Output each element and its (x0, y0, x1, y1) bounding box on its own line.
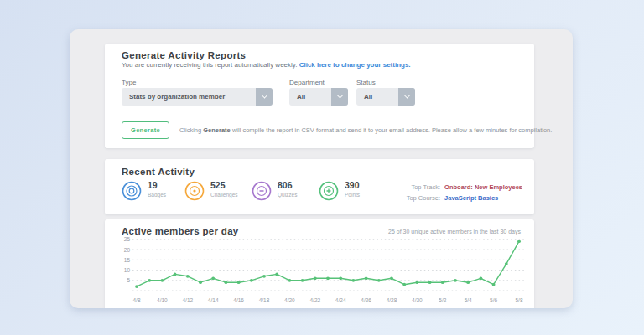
quiz-icon (252, 181, 272, 201)
quizzes-count: 806 (278, 181, 297, 190)
svg-text:5: 5 (127, 277, 130, 283)
chevron-down-icon (256, 88, 273, 106)
challenges-stat: 525 Challenges (184, 181, 252, 201)
badge-icon (122, 181, 142, 201)
department-dropdown[interactable]: All (289, 88, 348, 106)
top-info-block: Top Track: Onboard: New Employees Top Co… (388, 183, 522, 205)
chevron-down-icon (398, 88, 415, 106)
svg-text:4/14: 4/14 (208, 297, 219, 303)
type-dropdown-value: Stats by organization member (122, 93, 225, 100)
svg-text:5/8: 5/8 (515, 297, 522, 303)
stats-row: 19 Badges 525 Challenges 806 (122, 181, 386, 201)
svg-text:20: 20 (124, 247, 131, 253)
type-label: Type (122, 79, 136, 86)
challenges-count: 525 (210, 181, 238, 190)
points-label: Points (345, 192, 360, 198)
badges-count: 19 (148, 181, 166, 190)
top-track-label: Top Track: (388, 183, 440, 191)
recent-activity-card: Recent Activity 19 Badges 525 (105, 159, 534, 214)
svg-text:10: 10 (124, 267, 131, 273)
svg-text:4/18: 4/18 (259, 297, 270, 303)
badges-label: Badges (148, 192, 166, 198)
active-members-card: Active members per day 25 of 30 unique a… (105, 219, 534, 308)
points-count: 390 (345, 181, 360, 190)
svg-text:4/20: 4/20 (284, 297, 295, 303)
type-dropdown[interactable]: Stats by organization member (122, 88, 273, 106)
top-course-label: Top Course: (388, 194, 440, 202)
report-subtitle-text: You are currently receiving this report … (122, 61, 299, 69)
svg-text:15: 15 (124, 257, 131, 263)
chevron-down-icon (331, 88, 348, 106)
quizzes-stat: 806 Quizzes (252, 181, 319, 201)
generate-note: Clicking Generate will compile the repor… (179, 126, 552, 134)
svg-text:25: 25 (124, 236, 131, 242)
department-label: Department (289, 79, 325, 86)
svg-text:4/8: 4/8 (132, 297, 140, 303)
svg-text:4/10: 4/10 (157, 297, 168, 303)
top-track-link[interactable]: Onboard: New Employees (444, 183, 522, 191)
svg-text:5/6: 5/6 (490, 297, 497, 303)
report-card-title: Generate Activity Reports (122, 50, 246, 60)
badges-stat: 19 Badges (122, 181, 184, 201)
top-course-link[interactable]: JavaScript Basics (444, 194, 498, 202)
card-divider (105, 116, 534, 116)
change-settings-link[interactable]: Click here to change your settings. (299, 61, 411, 69)
points-stat: 390 Points (319, 181, 386, 201)
svg-text:4/26: 4/26 (361, 297, 371, 303)
active-members-chart: 5101520254/84/104/124/144/164/184/204/22… (112, 229, 529, 308)
svg-text:4/22: 4/22 (309, 297, 320, 303)
points-icon (319, 181, 339, 201)
status-label: Status (356, 79, 376, 86)
status-dropdown-value: All (356, 93, 372, 100)
challenge-icon (184, 181, 205, 201)
svg-text:5/4: 5/4 (465, 297, 472, 303)
svg-text:4/28: 4/28 (387, 297, 397, 303)
status-dropdown[interactable]: All (356, 88, 415, 106)
svg-text:4/30: 4/30 (412, 297, 423, 303)
activity-card-title: Recent Activity (122, 167, 195, 177)
svg-text:4/16: 4/16 (233, 297, 244, 303)
svg-text:4/12: 4/12 (182, 297, 193, 303)
department-dropdown-value: All (289, 93, 305, 100)
report-subtitle: You are currently receiving this report … (122, 61, 411, 69)
svg-text:5/2: 5/2 (439, 297, 446, 303)
quizzes-label: Quizzes (278, 192, 297, 198)
generate-reports-card: Generate Activity Reports You are curren… (105, 44, 534, 148)
dashboard-panel: Generate Activity Reports You are curren… (70, 29, 573, 308)
generate-button[interactable]: Generate (122, 121, 169, 139)
challenges-label: Challenges (210, 192, 238, 198)
svg-text:4/24: 4/24 (335, 297, 346, 303)
